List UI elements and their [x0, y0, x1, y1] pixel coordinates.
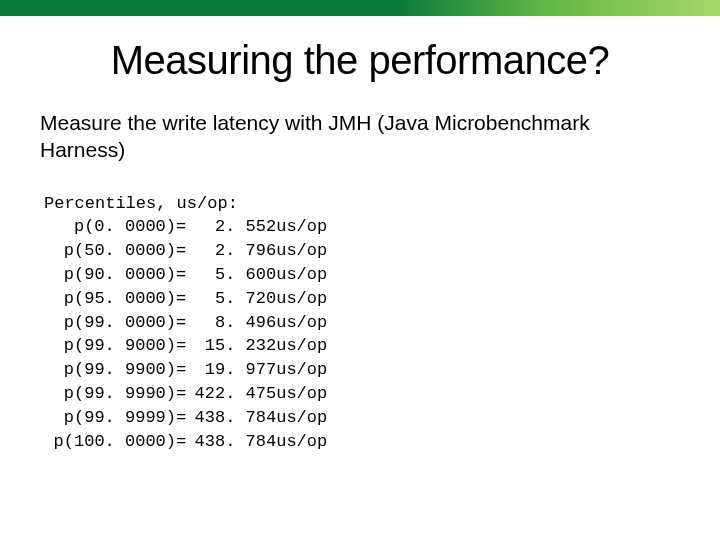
percentile-label: p(99. 0000): [44, 311, 176, 335]
percentile-unit: us/op: [276, 406, 327, 430]
percentile-unit: us/op: [276, 311, 327, 335]
percentile-label: p(50. 0000): [44, 239, 176, 263]
table-row: p(50. 0000) = 2. 796 us/op: [44, 239, 327, 263]
table-row: p(99. 9900) = 19. 977 us/op: [44, 358, 327, 382]
percentile-label: p(0. 0000): [44, 215, 176, 239]
percentile-value: 438. 784: [186, 430, 276, 454]
table-row: p(99. 9000) = 15. 232 us/op: [44, 334, 327, 358]
table-row: p(95. 0000) = 5. 720 us/op: [44, 287, 327, 311]
table-row: p(90. 0000) = 5. 600 us/op: [44, 263, 327, 287]
percentile-unit: us/op: [276, 239, 327, 263]
equals-sign: =: [176, 382, 186, 406]
table-row: p(100. 0000) = 438. 784 us/op: [44, 430, 327, 454]
percentile-table: p(0. 0000) = 2. 552 us/op p(50. 0000) = …: [44, 215, 327, 453]
percentile-block: Percentiles, us/op: p(0. 0000) = 2. 552 …: [44, 192, 684, 454]
slide-subtitle: Measure the write latency with JMH (Java…: [40, 109, 680, 164]
equals-sign: =: [176, 430, 186, 454]
equals-sign: =: [176, 406, 186, 430]
percentile-value: 5. 720: [186, 287, 276, 311]
equals-sign: =: [176, 239, 186, 263]
equals-sign: =: [176, 263, 186, 287]
percentile-value: 5. 600: [186, 263, 276, 287]
table-row: p(99. 9990) = 422. 475 us/op: [44, 382, 327, 406]
percentile-value: 19. 977: [186, 358, 276, 382]
percentile-value: 438. 784: [186, 406, 276, 430]
percentile-value: 15. 232: [186, 334, 276, 358]
slide-title: Measuring the performance?: [36, 38, 684, 83]
equals-sign: =: [176, 334, 186, 358]
percentile-label: p(99. 9999): [44, 406, 176, 430]
percentile-value: 8. 496: [186, 311, 276, 335]
percentile-unit: us/op: [276, 382, 327, 406]
equals-sign: =: [176, 215, 186, 239]
percentile-unit: us/op: [276, 263, 327, 287]
table-row: p(0. 0000) = 2. 552 us/op: [44, 215, 327, 239]
equals-sign: =: [176, 358, 186, 382]
percentile-header: Percentiles, us/op:: [44, 192, 684, 216]
percentile-label: p(95. 0000): [44, 287, 176, 311]
percentile-label: p(100. 0000): [44, 430, 176, 454]
equals-sign: =: [176, 287, 186, 311]
table-row: p(99. 0000) = 8. 496 us/op: [44, 311, 327, 335]
percentile-label: p(99. 9990): [44, 382, 176, 406]
percentile-unit: us/op: [276, 215, 327, 239]
percentile-unit: us/op: [276, 430, 327, 454]
slide-accent-bar: [0, 0, 720, 16]
slide-content: Measuring the performance? Measure the w…: [0, 38, 720, 453]
percentile-value: 2. 552: [186, 215, 276, 239]
percentile-unit: us/op: [276, 334, 327, 358]
percentile-label: p(90. 0000): [44, 263, 176, 287]
equals-sign: =: [176, 311, 186, 335]
table-row: p(99. 9999) = 438. 784 us/op: [44, 406, 327, 430]
percentile-unit: us/op: [276, 358, 327, 382]
percentile-label: p(99. 9000): [44, 334, 176, 358]
percentile-value: 422. 475: [186, 382, 276, 406]
percentile-label: p(99. 9900): [44, 358, 176, 382]
percentile-unit: us/op: [276, 287, 327, 311]
percentile-value: 2. 796: [186, 239, 276, 263]
